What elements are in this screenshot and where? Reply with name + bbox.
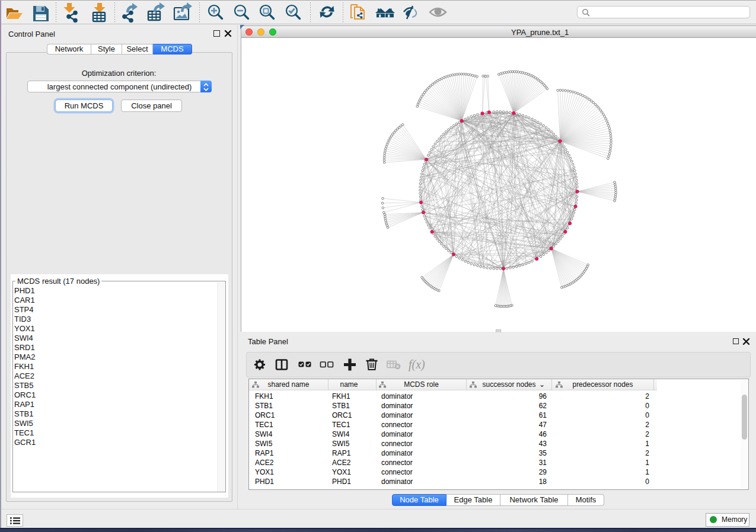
svg-text:f(x): f(x) (409, 358, 425, 371)
